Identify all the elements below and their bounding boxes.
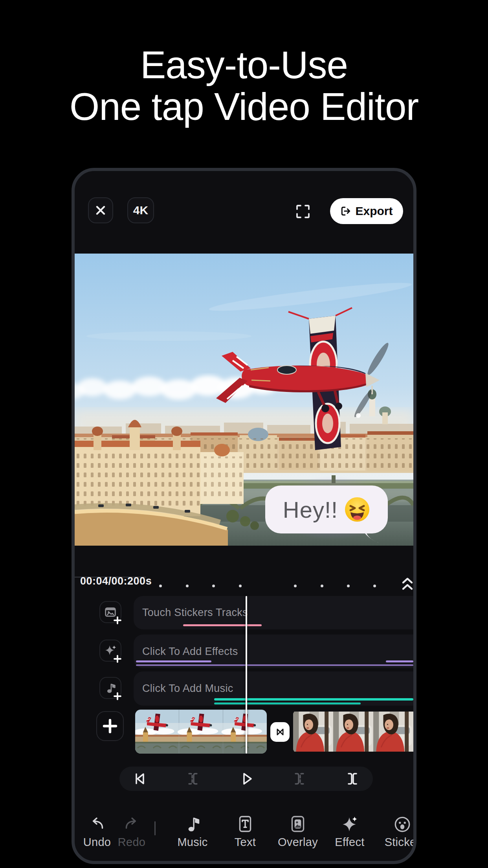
plus-icon <box>113 692 122 701</box>
undo-label: Undo <box>83 836 111 849</box>
effect-sparkle-icon <box>340 814 360 834</box>
music-clip-bar[interactable] <box>214 702 361 704</box>
clip-woman-frames <box>293 710 413 754</box>
toolbar-divider <box>154 821 156 835</box>
trim-start-icon <box>184 770 202 787</box>
trim-end-button[interactable] <box>291 770 308 787</box>
redo-icon <box>122 814 141 834</box>
transition-button[interactable] <box>270 722 290 742</box>
play-button[interactable] <box>238 770 255 787</box>
effect-clip-bar[interactable] <box>136 660 211 662</box>
bottom-toolbar: Undo Redo Music <box>75 814 413 858</box>
double-chevron-up-icon <box>402 576 413 593</box>
text-button[interactable]: Text <box>224 814 267 849</box>
undo-icon <box>87 814 107 834</box>
sticker-face-icon <box>393 814 412 834</box>
overlay-icon <box>288 814 308 834</box>
collapse-timeline-button[interactable] <box>402 576 413 593</box>
export-label: Export <box>355 204 393 218</box>
text-label: Text <box>235 836 256 849</box>
add-effect-track-button[interactable] <box>99 640 121 662</box>
quality-label: 4K <box>133 204 148 217</box>
music-clip-bar[interactable] <box>214 698 413 701</box>
music-track-label: Click To Add Music <box>142 682 233 695</box>
effect-clip-bar[interactable] <box>386 660 413 662</box>
quality-button[interactable]: 4K <box>127 197 154 223</box>
ruler-tick <box>239 585 242 587</box>
video-preview[interactable]: Hey!! <box>75 254 413 546</box>
redo-label: Redo <box>118 836 146 849</box>
add-music-track-button[interactable] <box>99 677 121 699</box>
chat-bubble-sticker[interactable]: Hey!! <box>265 485 388 533</box>
effect-clip-bar[interactable] <box>136 664 413 666</box>
chat-bubble-text: Hey!! <box>283 497 338 523</box>
laughing-emoji-icon <box>344 497 370 522</box>
playhead[interactable] <box>246 596 247 754</box>
timecode: 00:04/00:200s <box>80 574 152 588</box>
plus-icon <box>113 616 122 625</box>
ruler-tick <box>373 585 376 587</box>
skip-to-start-button[interactable] <box>131 770 149 787</box>
sticker-label: Sticker <box>385 836 416 849</box>
add-sticker-track-button[interactable] <box>99 601 121 623</box>
ruler-tick <box>347 585 350 587</box>
fullscreen-button[interactable] <box>294 202 312 221</box>
playback-controls <box>119 767 373 791</box>
add-clip-button[interactable] <box>96 711 124 741</box>
export-arrow-icon <box>340 206 351 217</box>
effects-track-label: Click To Add Effects <box>142 645 238 658</box>
hero-title-line2: One tap Video Editor <box>0 86 488 127</box>
music-label: Music <box>177 836 207 849</box>
overlay-label: Overlay <box>278 836 318 849</box>
redo-button[interactable]: Redo <box>110 814 153 849</box>
close-button[interactable] <box>88 197 113 223</box>
bowtie-transition-icon <box>274 726 286 738</box>
skip-to-start-icon <box>131 770 149 787</box>
ruler-tick <box>186 585 189 587</box>
ruler-tick <box>294 585 297 587</box>
plus-icon <box>113 655 122 663</box>
hero-title-line1: Easy-to-Use <box>0 44 488 86</box>
split-clip-icon <box>344 770 361 787</box>
overlay-button[interactable]: Overlay <box>276 814 319 849</box>
fullscreen-icon <box>294 203 312 220</box>
trim-start-button[interactable] <box>184 770 202 787</box>
hero-title: Easy-to-Use One tap Video Editor <box>0 44 488 127</box>
music-note-icon <box>183 814 202 834</box>
bubble-tail <box>359 528 381 544</box>
stickers-track[interactable]: Touch Stickers Tracks <box>134 596 413 629</box>
effect-button[interactable]: Effect <box>328 814 371 849</box>
effects-track[interactable]: Click To Add Effects <box>134 634 413 668</box>
sticker-clip-bar[interactable] <box>183 624 262 626</box>
video-editor-mockup: 4K Export <box>72 168 416 864</box>
ruler-tick <box>159 585 162 587</box>
ruler-tick <box>321 585 323 587</box>
close-icon <box>95 204 106 216</box>
play-icon <box>238 770 255 787</box>
stickers-track-label: Touch Stickers Tracks <box>142 607 248 619</box>
clip-woman-in-red[interactable] <box>293 710 413 754</box>
sticker-button[interactable]: Sticker <box>381 814 416 849</box>
plus-icon <box>101 717 119 735</box>
music-button[interactable]: Music <box>171 814 214 849</box>
app-store-screenshot: Easy-to-Use One tap Video Editor 4K Expo… <box>0 0 488 868</box>
ruler-tick <box>212 585 215 587</box>
text-icon <box>235 814 255 834</box>
trim-end-icon <box>291 770 308 787</box>
split-clip-button[interactable] <box>344 770 361 787</box>
export-button[interactable]: Export <box>330 198 403 224</box>
effect-label: Effect <box>335 836 364 849</box>
